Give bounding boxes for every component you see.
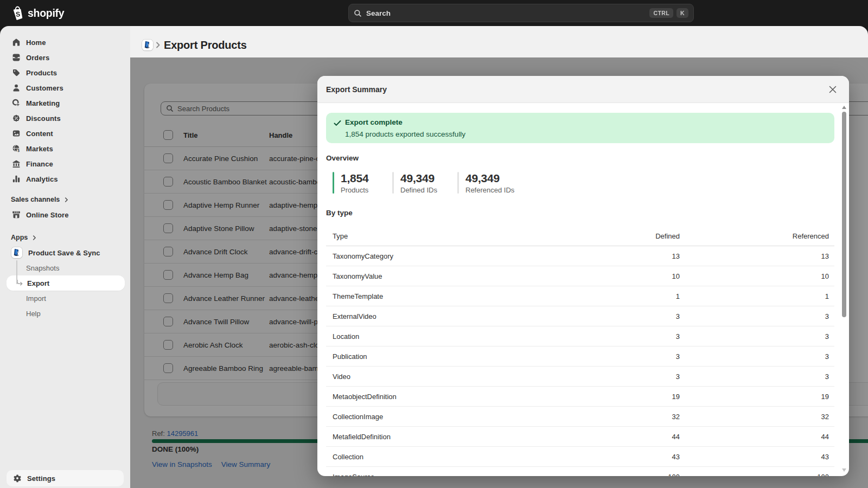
page-title: Export Products [164, 39, 247, 52]
sidebar-item-label: Markets [26, 145, 53, 153]
by-type-row: MetaobjectDefinition1919 [326, 387, 834, 407]
sidebar-item-finance[interactable]: Finance [0, 156, 130, 171]
chevron-right-icon [64, 197, 69, 202]
sidebar-item-label: Finance [26, 160, 53, 168]
sidebar-subitem-help[interactable]: Help [0, 306, 130, 321]
type-cell: ImageSource [326, 473, 522, 477]
app-name-label: Product Save & Sync [28, 249, 100, 257]
by-type-row: ExternalVideo33 [326, 306, 834, 326]
by-type-row: Publication33 [326, 346, 834, 367]
stat-label: Defined IDs [400, 186, 457, 194]
svg-text:$: $ [17, 149, 20, 153]
export-summary-modal: Export Summary Export complete 1,854 pro… [317, 76, 849, 476]
defined-cell: 32 [522, 413, 685, 421]
by-type-row: ThemeTemplate11 [326, 286, 834, 306]
type-cell: Collection [326, 453, 522, 461]
sidebar-item-settings[interactable]: Settings [7, 470, 124, 486]
stat-accent-bar [457, 172, 459, 194]
by-type-row: TaxonomyCategory1313 [326, 246, 834, 266]
banner-subtitle: 1,854 products exported successfully [326, 127, 834, 139]
sales-channels-label: Sales channels [11, 196, 60, 203]
type-cell: MetaobjectDefinition [326, 393, 522, 401]
product-save-sync-app-icon[interactable] [142, 40, 153, 50]
sidebar-item-label: Content [26, 130, 53, 138]
overview-stat-defined-ids: 49,349Defined IDs [392, 172, 457, 194]
sidebar-subitem-snapshots[interactable]: Snapshots [0, 260, 130, 275]
shopify-wordmark: shopify [28, 7, 64, 20]
global-search-input[interactable]: Search CTRL K [348, 4, 694, 22]
shopify-logo[interactable]: S shopify [11, 5, 64, 21]
apps-label: Apps [11, 234, 28, 241]
products-icon [12, 68, 21, 77]
svg-text:S: S [16, 10, 21, 18]
sidebar-item-content[interactable]: Content [0, 126, 130, 141]
modal-scrollbar[interactable] [841, 104, 847, 473]
settings-label: Settings [27, 474, 55, 483]
overview-stat-referenced-ids: 49,349Referenced IDs [457, 172, 514, 194]
defined-cell: 43 [522, 453, 685, 461]
sidebar-item-customers[interactable]: Customers [0, 80, 130, 95]
scrollbar-up-arrow-icon[interactable] [842, 106, 846, 109]
product-save-sync-app-icon [11, 247, 22, 258]
tree-connector-line [16, 260, 17, 284]
defined-cell: 1 [522, 292, 685, 300]
customers-icon [12, 84, 21, 92]
sidebar-item-orders[interactable]: Orders [0, 50, 130, 65]
search-placeholder: Search [366, 9, 646, 17]
sidebar-item-label: Home [26, 38, 46, 47]
by-type-row: Video33 [326, 367, 834, 387]
referenced-cell: 32 [685, 413, 834, 421]
by-type-table-header: Type Defined Referenced [326, 226, 834, 246]
overview-stats: 1,854Products49,349Defined IDs49,349Refe… [333, 172, 849, 194]
discounts-icon [12, 114, 21, 123]
sidebar-item-marketing[interactable]: Marketing [0, 95, 130, 111]
check-icon [334, 119, 341, 127]
stat-value: 49,349 [465, 172, 514, 185]
analytics-icon [12, 175, 21, 183]
referenced-cell: 43 [685, 453, 834, 461]
scrollbar-thumb[interactable] [842, 112, 846, 317]
defined-cell: 10 [522, 272, 685, 280]
defined-cell: 19 [522, 393, 685, 401]
stat-accent-bar [333, 172, 334, 194]
by-type-row: ImageSource100100 [326, 467, 834, 476]
markets-icon: $ [12, 144, 21, 153]
modal-header: Export Summary [317, 76, 849, 103]
sidebar-item-discounts[interactable]: Discounts [0, 111, 130, 126]
defined-cell: 100 [522, 473, 685, 477]
sidebar-item-analytics[interactable]: Analytics [0, 171, 130, 187]
sidebar-subitem-export[interactable]: Export [7, 275, 125, 291]
sidebar-item-products[interactable]: Products [0, 65, 130, 80]
sidebar-item-home[interactable]: Home [0, 35, 130, 50]
type-cell: MetafieldDefinition [326, 433, 522, 441]
gear-icon [13, 474, 22, 483]
page-header: Export Products [130, 26, 868, 57]
referenced-cell: 3 [685, 312, 834, 320]
sidebar-section-sales-channels[interactable]: Sales channels [0, 192, 130, 207]
kbd-ctrl: CTRL [649, 8, 673, 18]
defined-cell: 13 [522, 252, 685, 260]
sidebar-item-product-save-sync[interactable]: Product Save & Sync [0, 245, 130, 260]
by-type-row: Collection4343 [326, 447, 834, 467]
type-cell: TaxonomyCategory [326, 252, 522, 260]
sidebar-section-apps[interactable]: Apps [0, 230, 130, 245]
referenced-cell: 19 [685, 393, 834, 401]
defined-cell: 44 [522, 433, 685, 441]
sidebar: HomeOrdersProductsCustomersMarketingDisc… [0, 26, 130, 488]
modal-title: Export Summary [326, 85, 387, 94]
sidebar-item-label: Discounts [26, 114, 61, 123]
store-icon [12, 210, 21, 219]
referenced-cell: 1 [685, 292, 834, 300]
close-icon[interactable] [825, 82, 840, 97]
by-type-table: Type Defined Referenced TaxonomyCategory… [326, 226, 834, 476]
type-cell: Location [326, 332, 522, 341]
shopify-bag-icon: S [11, 5, 24, 21]
content-icon [12, 129, 21, 138]
sidebar-item-label: Orders [26, 54, 49, 62]
sidebar-item-markets[interactable]: $Markets [0, 141, 130, 156]
by-type-row: TaxonomyValue1010 [326, 266, 834, 286]
scrollbar-down-arrow-icon[interactable] [842, 468, 846, 472]
sidebar-item-online-store[interactable]: Online Store [0, 207, 130, 222]
sidebar-subitem-import[interactable]: Import [0, 291, 130, 306]
by-type-row: MetafieldDefinition4444 [326, 427, 834, 447]
